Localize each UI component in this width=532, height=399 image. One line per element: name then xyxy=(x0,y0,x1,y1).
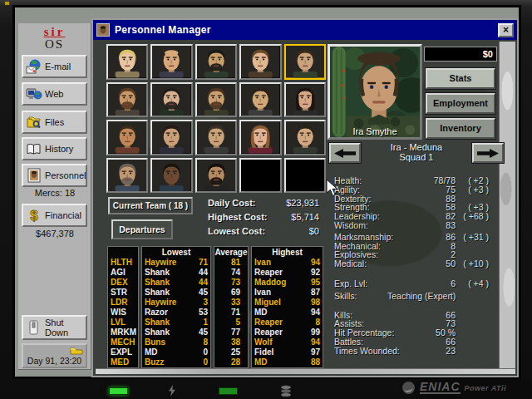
shutdown-switch-icon xyxy=(26,320,42,335)
stat-row: Exp. Lvl:6( +4 ) xyxy=(334,278,489,288)
compare-stat-name: MRKM xyxy=(108,328,138,337)
highest-merc-name: Wolf xyxy=(254,337,272,347)
departures-button[interactable]: Departures xyxy=(111,219,173,239)
brand-name: ENIAC xyxy=(420,382,461,394)
stat-bonus: ( +10 ) xyxy=(463,259,489,268)
stat-group: Marksmanship:86( +31 )Mechanical:8Explos… xyxy=(334,232,489,268)
stat-row: Leadership:82( +68 ) xyxy=(334,211,489,220)
history-button[interactable]: History xyxy=(22,137,87,160)
mugshot-cell[interactable] xyxy=(195,158,237,194)
merc-portrait-image xyxy=(330,47,420,137)
mugshot-cell[interactable] xyxy=(106,120,148,155)
compare-lowest-row: Razor53 xyxy=(142,308,210,318)
average-value: 74 xyxy=(214,268,248,278)
window-title: Personnel Manager xyxy=(115,24,493,36)
compare-lowest-column: LowestHaywire71Shank44Shank44Shank45Hayw… xyxy=(141,246,211,368)
stat-row: Skills:Teaching (Expert) xyxy=(334,291,489,300)
mugshot-cell[interactable] xyxy=(195,44,237,80)
mugshot-cell[interactable] xyxy=(150,158,192,194)
mugshot-cell[interactable] xyxy=(106,44,148,80)
daily-cost-row: Daily Cost: $23,931 xyxy=(208,198,319,212)
compare-highest-row: MD94 xyxy=(252,308,323,318)
financial-button[interactable]: $ Financial xyxy=(22,204,87,227)
web-button[interactable]: Web xyxy=(22,82,87,106)
web-globe-icon xyxy=(26,86,42,101)
stat-row: Strength:58( +3 ) xyxy=(334,202,489,211)
average-value: 69 xyxy=(214,288,248,298)
highest-value: 97 xyxy=(311,347,320,357)
stat-row: Explosives:2 xyxy=(334,249,489,259)
compare-stat-name: STR xyxy=(108,288,138,298)
highest-merc-name: Miguel xyxy=(254,298,281,308)
compare-lowest-row: Shank45 xyxy=(142,288,210,298)
compare-highest-row: Reaper99 xyxy=(252,328,323,337)
stat-label: Wisdom: xyxy=(334,220,368,230)
mugshot-cell[interactable] xyxy=(106,82,148,118)
highest-value: 98 xyxy=(311,298,320,308)
stat-row: Agility:75( +3 ) xyxy=(334,185,489,194)
tab-employment[interactable]: Employment xyxy=(426,93,495,114)
mugshot-cell[interactable] xyxy=(195,82,237,118)
mugshot-cell[interactable] xyxy=(284,82,326,118)
stat-value: 23 xyxy=(446,346,456,356)
prev-merc-button[interactable] xyxy=(329,143,361,163)
sir-os-logo-bottom: OS xyxy=(18,38,91,51)
personnel-button-label: Personnel xyxy=(45,170,86,180)
stat-label: Times Wounded: xyxy=(334,346,400,356)
mugshot-cell[interactable] xyxy=(239,82,281,118)
daily-cost-label: Daily Cost: xyxy=(208,198,255,208)
lowest-value: 8 xyxy=(203,337,208,347)
mugshot-cell[interactable] xyxy=(150,82,192,118)
lowest-merc-name: Shank xyxy=(145,318,170,328)
mugshot-cell[interactable] xyxy=(284,120,326,155)
average-value: 33 xyxy=(214,298,248,308)
stat-group: Skills:Teaching (Expert) xyxy=(334,291,489,300)
mugshot-cell[interactable] xyxy=(284,44,326,80)
next-merc-button[interactable] xyxy=(472,143,504,163)
lowest-value: 71 xyxy=(199,258,208,268)
disk-activity-icon xyxy=(280,385,292,397)
merc-portrait-name: Ira Smythe xyxy=(330,126,420,136)
eniac-brand: ENIAC Power ATii xyxy=(401,381,506,395)
stat-row: Times Wounded:23 xyxy=(334,346,489,355)
highest-value: 94 xyxy=(311,258,320,268)
tab-stats[interactable]: Stats xyxy=(426,68,495,89)
mugshot-cell[interactable] xyxy=(150,44,192,80)
mugshot-cell[interactable] xyxy=(106,158,148,194)
lowest-value: 45 xyxy=(199,288,208,298)
mugshot-cell[interactable] xyxy=(195,120,237,155)
highest-value: 95 xyxy=(311,278,320,288)
hdd-led-icon xyxy=(219,387,238,395)
merc-location-line2: Squad 1 xyxy=(361,152,472,162)
highest-cost-value: $5,714 xyxy=(291,212,319,222)
mouse-cursor xyxy=(326,179,338,198)
compare-stat-name: HLTH xyxy=(108,258,138,268)
merc-location-line1: Ira - Meduna xyxy=(361,142,472,152)
window-titlebar: Personnel Manager × xyxy=(93,20,517,40)
stat-value: Teaching (Expert) xyxy=(387,291,456,301)
personnel-button[interactable]: Personnel xyxy=(22,164,87,187)
close-button[interactable]: × xyxy=(498,23,514,37)
compare-lowest-row: Shank44 xyxy=(142,268,210,278)
shutdown-button[interactable]: Shut Down xyxy=(22,315,87,340)
mugshot-cell-empty xyxy=(239,158,281,194)
files-folder-icon xyxy=(26,115,42,130)
highest-value: 92 xyxy=(311,268,320,278)
email-button[interactable]: E-mail xyxy=(22,55,87,78)
right-marble-column xyxy=(499,42,515,369)
average-value: 25 xyxy=(214,347,248,357)
mugshot-cell[interactable] xyxy=(150,120,192,155)
compare-stat-name: LDR xyxy=(108,298,138,308)
lowest-merc-name: Shank xyxy=(145,328,170,337)
compare-highest-row: Miguel98 xyxy=(252,298,323,308)
stat-row: Hit Percentage:50 % xyxy=(334,328,489,337)
mugshot-cell[interactable] xyxy=(239,120,281,155)
mugshot-cell[interactable] xyxy=(239,44,281,80)
mugshot-grid xyxy=(106,44,326,193)
lowest-value: 45 xyxy=(199,328,208,337)
files-button[interactable]: Files xyxy=(22,111,87,134)
highest-merc-name: Fidel xyxy=(254,347,273,357)
compare-highest-row: Ivan94 xyxy=(252,258,323,268)
tab-inventory[interactable]: Inventory xyxy=(426,118,495,139)
lowest-value: 44 xyxy=(199,268,208,278)
